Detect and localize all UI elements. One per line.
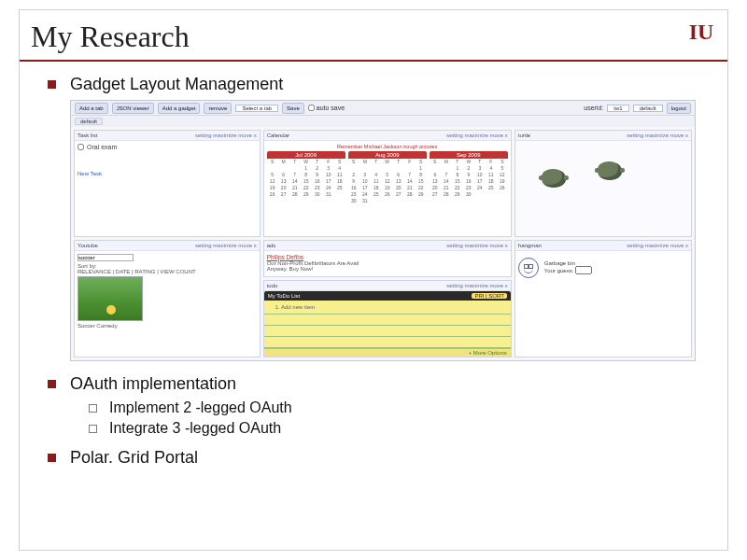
slide-title: My Research <box>20 10 727 62</box>
month-grid: SMTWTFS123456789101112131415161718192021… <box>267 159 345 198</box>
task-text: Oral exam <box>87 144 117 150</box>
pad-more-options[interactable]: + More Options <box>264 348 511 357</box>
layout-dropdown[interactable]: default <box>633 105 663 112</box>
gadget-ops[interactable]: setting maximize move x <box>446 243 508 248</box>
userid-label: userid: <box>584 105 603 111</box>
iu-logo: IU <box>688 16 714 48</box>
sub-bullet-label: Integrate 3 -legged OAuth <box>109 420 281 436</box>
middle-bottom-stack: ads setting maximize move x Philips Defi… <box>263 240 512 357</box>
auto-save-label: auto save <box>317 105 345 111</box>
logo-text: IU <box>689 20 714 45</box>
sort-options[interactable]: RELEVANCE | DATE | RATING | VIEW COUNT <box>78 269 196 274</box>
gadget-task-list: Task list setting maximize move x Oral e… <box>74 130 261 237</box>
auto-save-checkbox[interactable]: auto save <box>308 105 345 111</box>
bullet-label: OAuth implementation <box>70 374 236 393</box>
add-tab-button[interactable]: Add a tab <box>75 103 108 114</box>
gadget-layout-screenshot: Add a tab JSON viewer Add a gadget remov… <box>70 100 696 361</box>
portal-tabbar: default <box>71 116 695 127</box>
slide-content: Gadget Layout Management Add a tab JSON … <box>20 62 727 488</box>
gadget-todo: todo setting maximize move x My ToDo Lis… <box>263 280 512 357</box>
tab-default[interactable]: default <box>75 118 103 125</box>
gadget-turtle: turtle setting maximize move x <box>514 130 692 237</box>
gadget-calendar: Calendar setting maximize move x Remembe… <box>263 130 512 237</box>
gadget-hangman: hangman setting maximize move x Garbage … <box>514 240 692 357</box>
turtle-icon <box>598 161 622 180</box>
sub-bullet-3legged: Integrate 3 -legged OAuth <box>89 420 718 437</box>
bullet-label: Polar. Grid Portal <box>70 448 198 467</box>
notepad-body[interactable]: 1. Add new item <box>264 301 511 348</box>
gadget-ops[interactable]: setting maximize move x <box>627 133 688 138</box>
gadget-ops[interactable]: setting maximize move x <box>195 243 257 248</box>
remove-button[interactable]: remove <box>204 103 232 114</box>
gadget-title: Calendar <box>267 133 289 138</box>
guess-label: Your guess: <box>544 268 573 273</box>
auto-save-input[interactable] <box>308 105 315 111</box>
gadget-youtube: Youtube setting maximize move x Sort by:… <box>74 240 261 357</box>
sub-bullet-label: Implement 2 -legged OAuth <box>109 399 292 415</box>
task-item[interactable]: Oral exam <box>78 144 257 150</box>
gadget-ops[interactable]: setting maximize move x <box>195 133 257 138</box>
gadget-title: todo <box>267 283 278 288</box>
gadget-title: hangman <box>518 243 542 248</box>
bullet-label: Gadget Layout Management <box>70 75 283 93</box>
gadget-title: ads <box>267 243 276 248</box>
gadget-title: Youtube <box>78 243 98 248</box>
calendar-months: Jul 2009SMTWTFS1234567891011121314151617… <box>267 151 508 204</box>
bullet-gadget-layout: Gadget Layout Management Add a tab JSON … <box>48 75 718 361</box>
smiley-icon <box>518 258 539 278</box>
video-thumbnail[interactable] <box>78 276 143 321</box>
youtube-search-input[interactable] <box>78 254 134 261</box>
ad-text: Anyway. Buy Now! <box>267 266 508 272</box>
month-header: Sep 2009 <box>430 151 508 159</box>
turtle-icon <box>542 169 566 188</box>
sub-bullet-2legged: Implement 2 -legged OAuth <box>89 399 718 416</box>
gadget-title: turtle <box>518 133 530 138</box>
add-gadget-button[interactable]: Add a gadget <box>158 103 201 114</box>
task-checkbox[interactable] <box>78 144 84 150</box>
logout-button[interactable]: logout <box>667 103 691 114</box>
month-grid: SMTWTFS123456789101112131415161718192021… <box>430 159 508 198</box>
calendar-note: Remember Michael Jackson trough pictures <box>267 144 508 149</box>
pad-add-item[interactable]: 1. Add new item <box>275 304 316 310</box>
gadget-ops[interactable]: setting maximize move x <box>627 243 688 248</box>
guess-input[interactable] <box>575 266 592 274</box>
slide-frame: IU My Research Gadget Layout Management … <box>19 9 728 551</box>
json-viewer-button[interactable]: JSON viewer <box>112 103 154 114</box>
month-grid: SMTWTFS123456789101112131415161718192021… <box>348 159 427 204</box>
portal-toolbar: Add a tab JSON viewer Add a gadget remov… <box>71 101 695 116</box>
ad-headline[interactable]: Philips Defibs <box>267 254 508 260</box>
select-tab-dropdown[interactable]: Select a tab <box>235 105 278 112</box>
month-header: Aug 2009 <box>348 151 427 159</box>
gadget-title: Task list <box>78 133 97 138</box>
gadget-ops[interactable]: setting maximize move x <box>446 283 508 288</box>
bullet-oauth: OAuth implementation Implement 2 -legged… <box>48 374 718 437</box>
bullet-polargrid: Polar. Grid Portal <box>48 448 718 468</box>
gadget-grid: Task list setting maximize move x Oral e… <box>71 127 695 360</box>
new-task-link[interactable]: New Task <box>78 171 257 176</box>
pad-title: My ToDo List <box>268 293 301 299</box>
userid-dropdown[interactable]: tw1 <box>607 105 628 112</box>
save-button[interactable]: Save <box>282 103 304 114</box>
video-caption: Soccer Comedy <box>78 323 257 329</box>
pad-sort[interactable]: PRI | SORT <box>472 293 506 299</box>
month-header: Jul 2009 <box>267 151 345 159</box>
gadget-ops[interactable]: setting maximize move x <box>446 133 508 138</box>
gadget-ads: ads setting maximize move x Philips Defi… <box>263 240 512 277</box>
